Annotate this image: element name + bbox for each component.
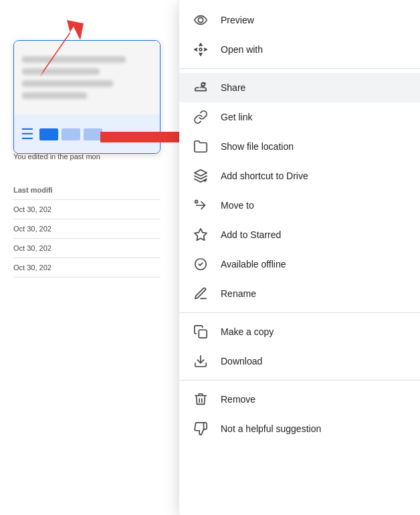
make-copy-label: Make a copy	[221, 326, 274, 337]
menu-item-rename[interactable]: Rename	[179, 279, 420, 308]
menu-item-move-to[interactable]: Move to	[179, 191, 420, 220]
svg-point-3	[199, 48, 202, 51]
menu-item-preview[interactable]: Preview	[179, 5, 420, 35]
menu-item-make-copy[interactable]: Make a copy	[179, 317, 420, 346]
preview-label: Preview	[221, 15, 254, 25]
date-row: Oct 30, 202	[13, 200, 161, 219]
menu-item-show-file-location[interactable]: Show file location	[179, 132, 420, 161]
svg-marker-8	[195, 229, 207, 240]
menu-item-get-link[interactable]: Get link	[179, 102, 420, 132]
share-icon	[193, 80, 209, 96]
divider	[179, 380, 420, 381]
date-row: Oct 30, 202	[13, 239, 161, 258]
menu-item-available-offline[interactable]: Available offline	[179, 249, 420, 279]
add-shortcut-label: Add shortcut to Drive	[221, 171, 308, 181]
remove-label: Remove	[221, 394, 255, 405]
svg-marker-0	[40, 20, 84, 77]
context-menu: Preview Open with Share Get link Show fi…	[179, 0, 420, 515]
move-to-icon	[193, 197, 209, 213]
svg-rect-7	[195, 201, 198, 203]
rename-label: Rename	[221, 288, 256, 299]
menu-item-remove[interactable]: Remove	[179, 385, 420, 414]
red-arrow-top	[20, 20, 100, 80]
menu-item-open-with[interactable]: Open with	[179, 35, 420, 64]
menu-item-not-helpful[interactable]: Not a helpful suggestion	[179, 414, 420, 443]
date-row: Oct 30, 202	[13, 258, 161, 278]
rename-icon	[193, 286, 209, 302]
thumbs-down-icon	[193, 421, 209, 437]
menu-item-add-shortcut[interactable]: Add shortcut to Drive	[179, 161, 420, 191]
divider	[179, 312, 420, 313]
trash-icon	[193, 391, 209, 407]
date-row-header: Last modifi	[13, 181, 161, 200]
share-label: Share	[221, 82, 245, 93]
download-label: Download	[221, 356, 262, 367]
open-with-label: Open with	[221, 44, 263, 55]
doc-icon: ☰	[21, 126, 34, 143]
download-icon	[193, 353, 209, 369]
offline-icon	[193, 256, 209, 272]
date-value: Oct 30, 202	[13, 264, 161, 272]
divider	[179, 68, 420, 69]
copy-icon	[193, 324, 209, 340]
open-with-icon	[193, 41, 209, 58]
add-starred-label: Add to Starred	[221, 229, 281, 240]
folder-icon	[193, 138, 209, 154]
date-header-label: Last modifi	[13, 186, 161, 194]
date-rows: Last modifi Oct 30, 202 Oct 30, 202 Oct …	[13, 181, 161, 278]
available-offline-label: Available offline	[221, 259, 286, 270]
menu-item-add-starred[interactable]: Add to Starred	[179, 220, 420, 249]
menu-item-share[interactable]: Share	[179, 73, 420, 102]
footer-block-light	[62, 128, 80, 140]
blur-line	[22, 80, 113, 87]
svg-point-2	[198, 17, 203, 22]
move-to-label: Move to	[221, 200, 254, 211]
blur-line	[22, 92, 87, 99]
footer-blocks	[39, 128, 102, 140]
show-file-location-label: Show file location	[221, 141, 294, 152]
date-value: Oct 30, 202	[13, 244, 161, 252]
date-row: Oct 30, 202	[13, 219, 161, 239]
not-helpful-label: Not a helpful suggestion	[221, 423, 321, 434]
star-icon	[193, 227, 209, 243]
preview-icon	[193, 12, 209, 28]
date-value: Oct 30, 202	[13, 225, 161, 233]
menu-item-download[interactable]: Download	[179, 346, 420, 376]
link-icon	[193, 109, 209, 125]
svg-rect-10	[199, 330, 207, 338]
footer-block	[39, 128, 58, 140]
date-value: Oct 30, 202	[13, 205, 161, 213]
get-link-label: Get link	[221, 112, 252, 122]
drive-shortcut-icon	[193, 168, 209, 184]
